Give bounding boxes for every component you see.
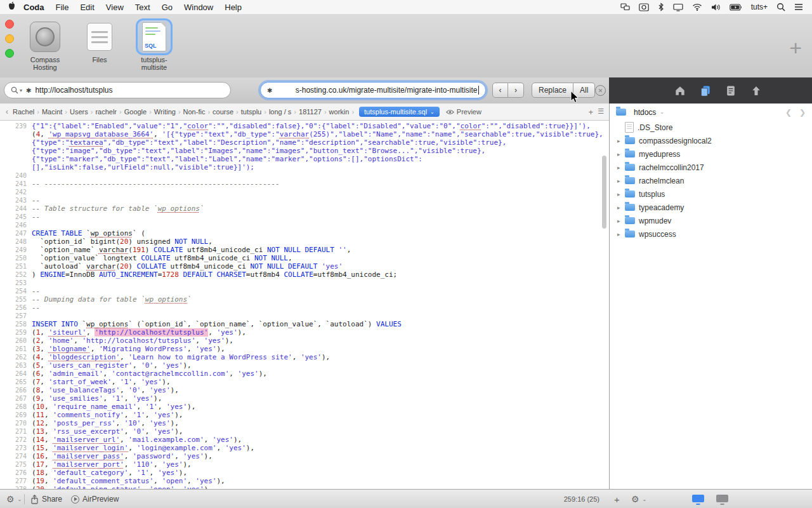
breadcrumb-item[interactable]: Macint — [42, 108, 62, 116]
menu-view[interactable]: View — [106, 3, 124, 12]
folder-item[interactable]: ▸tutsplus — [610, 187, 812, 201]
tab-files[interactable]: Files — [72, 20, 127, 71]
breadcrumb-separator-icon: › — [178, 108, 181, 116]
pager-back-icon[interactable]: ❮ — [785, 108, 792, 117]
editor-scrollbar[interactable] — [601, 121, 607, 489]
breadcrumb-item[interactable]: Users — [70, 108, 88, 116]
add-file-button[interactable]: + — [614, 490, 620, 508]
menu-go[interactable]: Go — [162, 3, 173, 12]
menu-window[interactable]: Window — [184, 3, 213, 12]
folder-item[interactable]: ▸rachelmccollin2017 — [610, 161, 812, 174]
folder-item[interactable]: ▸myedupress — [610, 147, 812, 161]
tab-compass-hosting[interactable]: Compass Hosting — [18, 20, 72, 71]
breadcrumb-separator-icon: › — [324, 108, 327, 116]
folder-item[interactable]: ▸typeacademy — [610, 201, 812, 214]
list-icon[interactable]: ☰ — [598, 107, 604, 117]
new-tab-button[interactable]: + — [789, 37, 802, 58]
disclosure-triangle-icon[interactable]: ▸ — [617, 191, 625, 197]
wifi-icon[interactable] — [692, 3, 702, 11]
app-menu[interactable]: Coda — [23, 3, 44, 12]
file-item[interactable]: .DS_Store — [610, 121, 812, 134]
code-line: 259(1, 'siteurl', 'http://localhost/tuts… — [0, 328, 609, 337]
code-line: 258INSERT INTO `wp_options` (`option_id`… — [0, 320, 609, 328]
breadcrumb-item[interactable]: workin — [329, 108, 350, 116]
volume-icon[interactable] — [711, 3, 721, 11]
breadcrumb-item[interactable]: 181127 — [299, 108, 322, 116]
scrollbar-thumb[interactable] — [602, 156, 606, 229]
apple-menu-icon[interactable] — [8, 1, 16, 13]
folder-icon — [625, 190, 635, 197]
menu-edit[interactable]: Edit — [80, 3, 94, 12]
active-file-pill[interactable]: tutsplus-multisite.sql ⌄ — [359, 107, 440, 117]
folder-item[interactable]: ▸rachelmclean — [610, 174, 812, 187]
menu-help[interactable]: Help — [225, 3, 242, 12]
airpreview-button[interactable]: AirPreview — [71, 490, 119, 508]
screen-sharing-icon[interactable] — [620, 3, 630, 11]
user-switcher[interactable]: tuts+ — [751, 3, 768, 11]
sql-document-icon: SQL — [142, 22, 166, 51]
menu-text[interactable]: Text — [135, 3, 150, 12]
disclosure-triangle-icon[interactable]: ▸ — [617, 151, 625, 157]
sidebar-gear-icon[interactable]: ⚙ — [631, 494, 639, 504]
code-line: 276(18, 'default_category', '1', 'yes'), — [0, 469, 609, 477]
breadcrumb-item[interactable]: Rachel — [13, 108, 34, 116]
preview-toggle[interactable]: Preview — [446, 108, 481, 116]
breadcrumb-item[interactable]: course — [213, 108, 233, 116]
document-view-icon[interactable] — [723, 83, 738, 98]
code-line: 270(12, 'posts_per_rss', '10', 'yes'), — [0, 419, 609, 427]
camera-icon[interactable] — [639, 3, 649, 11]
disclosure-triangle-icon[interactable]: ▸ — [617, 138, 625, 144]
close-find-bar-button[interactable]: ✕ — [595, 85, 606, 96]
disclosure-triangle-icon[interactable]: ▸ — [617, 231, 625, 237]
chevron-down-icon: ⌄ — [18, 497, 22, 502]
replace-input[interactable]: ✱ s-hosting.co.uk/migrate-multisite/migr… — [260, 82, 486, 98]
breadcrumb-item[interactable]: rachelr — [95, 108, 117, 116]
spotlight-search-icon[interactable] — [776, 3, 785, 11]
replace-button[interactable]: Replace — [532, 83, 573, 98]
minimize-window-button[interactable] — [5, 34, 14, 43]
code-display-button[interactable] — [716, 490, 729, 508]
close-window-button[interactable] — [5, 20, 14, 29]
home-view-icon[interactable] — [672, 83, 688, 98]
breadcrumb-item[interactable]: tutsplu — [241, 108, 261, 116]
disclosure-triangle-icon[interactable]: ▸ — [617, 204, 625, 211]
code-editor[interactable]: 239{"1":{"label":"Enabled","value":"1","… — [0, 121, 609, 489]
search-scope-icon[interactable]: ▾ — [11, 86, 22, 94]
disclosure-triangle-icon[interactable]: ▸ — [617, 218, 625, 224]
code-line: 263(5, 'users_can_register', '0', 'yes')… — [0, 361, 609, 370]
breadcrumb-separator-icon: › — [294, 108, 296, 116]
line-number: 260 — [0, 337, 27, 345]
gear-icon[interactable]: ⚙ — [6, 494, 15, 504]
bluetooth-icon[interactable] — [658, 3, 664, 11]
line-number: 263 — [0, 361, 27, 370]
find-input[interactable]: ▾ ✱ http://localhost/tutsplus — [4, 82, 231, 98]
battery-icon[interactable] — [730, 4, 742, 11]
pages-view-icon-active[interactable] — [698, 83, 713, 98]
preview-display-button-active[interactable] — [691, 490, 705, 508]
folder-item[interactable]: ▸compassdesignlocal2 — [610, 134, 812, 147]
folder-item[interactable]: ▸wpmudev — [610, 214, 812, 227]
tab-tutsplus-multisite[interactable]: SQL tutsplus-multisite — [127, 20, 181, 71]
disclosure-triangle-icon[interactable]: ▸ — [617, 164, 625, 171]
notification-center-icon[interactable] — [794, 3, 803, 11]
code-line: 245-- — [0, 213, 609, 221]
breadcrumb-item[interactable]: Google — [124, 108, 147, 116]
line-number: 246 — [0, 221, 27, 229]
display-icon[interactable] — [673, 3, 683, 11]
path-back-icon[interactable]: ‹ — [3, 107, 11, 116]
pager-forward-icon[interactable]: ❯ — [799, 108, 806, 117]
next-match-button[interactable]: › — [508, 83, 524, 98]
share-button[interactable]: Share — [30, 490, 62, 508]
folder-item[interactable]: ▸wpsuccess — [610, 227, 812, 241]
previous-match-button[interactable]: ‹ — [492, 83, 508, 98]
breadcrumb-item[interactable]: Non-fic — [183, 108, 206, 116]
publish-upload-icon[interactable] — [749, 83, 764, 98]
disclosure-triangle-icon[interactable]: ▸ — [617, 178, 625, 184]
zoom-window-button[interactable] — [5, 49, 14, 58]
menu-file[interactable]: File — [56, 3, 69, 12]
breadcrumb-item[interactable]: long / s — [269, 108, 291, 116]
breadcrumb-item[interactable]: Writing — [154, 108, 176, 116]
file-browser-header[interactable]: htdocs ⌄ ❮ ❯ — [610, 104, 812, 121]
add-split-icon[interactable]: + — [589, 107, 594, 117]
eye-icon — [446, 109, 454, 115]
